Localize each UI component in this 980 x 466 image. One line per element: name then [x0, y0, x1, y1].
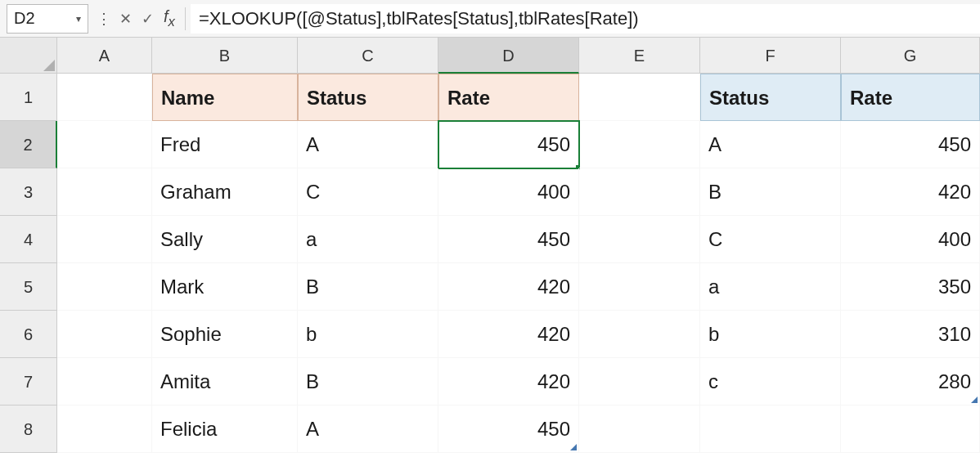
rowhdr-6[interactable]: 6 [0, 311, 57, 358]
row-3: 3 Graham C 400 B 420 [0, 168, 980, 216]
cell-F5[interactable]: a [700, 263, 841, 311]
cell-D8[interactable]: 450 [438, 406, 579, 453]
bar-dots-icon: ⋮ [93, 10, 115, 28]
cell-G6[interactable]: 310 [841, 311, 980, 358]
rowhdr-5[interactable]: 5 [0, 263, 57, 311]
row-5: 5 Mark B 420 a 350 [0, 263, 980, 311]
rowhdr-4[interactable]: 4 [0, 216, 57, 263]
cell-F2[interactable]: A [700, 121, 841, 168]
cell-F6[interactable]: b [700, 311, 841, 358]
rowhdr-3[interactable]: 3 [0, 168, 57, 216]
colhdr-A[interactable]: A [57, 38, 152, 74]
cell-E2[interactable] [579, 121, 700, 168]
cell-B7[interactable]: Amita [152, 358, 298, 406]
rowhdr-2[interactable]: 2 [0, 121, 57, 168]
select-all-corner[interactable] [0, 38, 57, 74]
formula-text: =XLOOKUP([@Status],tblRates[Status],tblR… [199, 8, 639, 29]
enter-formula-icon[interactable]: ✓ [137, 10, 159, 28]
cell-A5[interactable] [57, 263, 152, 311]
cell-G7[interactable]: 280 [841, 358, 980, 406]
cell-A2[interactable] [57, 121, 152, 168]
cell-E5[interactable] [579, 263, 700, 311]
cell-A7[interactable] [57, 358, 152, 406]
row-2: 2 Fred A 450 A 450 [0, 121, 980, 168]
cell-D2[interactable]: 450 [438, 121, 579, 168]
cell-F4[interactable]: C [700, 216, 841, 263]
cell-D6[interactable]: 420 [438, 311, 579, 358]
cell-A4[interactable] [57, 216, 152, 263]
cell-E8[interactable] [579, 406, 700, 453]
cell-D4[interactable]: 450 [438, 216, 579, 263]
cell-G5[interactable]: 350 [841, 263, 980, 311]
cell-B4[interactable]: Sally [152, 216, 298, 263]
colhdr-E[interactable]: E [579, 38, 700, 74]
rowhdr-8[interactable]: 8 [0, 406, 57, 453]
cancel-formula-icon[interactable]: ✕ [115, 10, 137, 28]
insert-function-icon[interactable]: fx [159, 7, 180, 30]
colhdr-F[interactable]: F [700, 38, 841, 74]
cell-G3[interactable]: 420 [841, 168, 980, 216]
row-8: 8 Felicia A 450 [0, 406, 980, 453]
cell-C4[interactable]: a [298, 216, 438, 263]
cell-C6[interactable]: b [298, 311, 438, 358]
cell-C3[interactable]: C [298, 168, 438, 216]
cell-E3[interactable] [579, 168, 700, 216]
cell-A1[interactable] [57, 74, 152, 121]
row-7: 7 Amita B 420 c 280 [0, 358, 980, 406]
name-box[interactable]: D2 ▾ [7, 4, 88, 34]
cell-F8[interactable] [700, 406, 841, 453]
row-6: 6 Sophie b 420 b 310 [0, 311, 980, 358]
cell-C7[interactable]: B [298, 358, 438, 406]
colhdr-C[interactable]: C [298, 38, 438, 74]
spreadsheet-grid[interactable]: A B C D E F G 1 Name Status Rate Status … [0, 38, 980, 453]
rowhdr-7[interactable]: 7 [0, 358, 57, 406]
row-4: 4 Sally a 450 C 400 [0, 216, 980, 263]
colhdr-G[interactable]: G [841, 38, 980, 74]
row-1: 1 Name Status Rate Status Rate [0, 74, 980, 121]
cell-C2[interactable]: A [298, 121, 438, 168]
colhdr-D[interactable]: D [438, 38, 579, 74]
cell-B5[interactable]: Mark [152, 263, 298, 311]
cell-B1[interactable]: Name [152, 74, 298, 121]
cell-F7[interactable]: c [700, 358, 841, 406]
cell-C1[interactable]: Status [298, 74, 438, 121]
colhdr-B[interactable]: B [152, 38, 298, 74]
cell-D1[interactable]: Rate [438, 74, 579, 121]
rowhdr-1[interactable]: 1 [0, 74, 57, 121]
cell-G8[interactable] [841, 406, 980, 453]
cell-A3[interactable] [57, 168, 152, 216]
cell-C5[interactable]: B [298, 263, 438, 311]
cell-E7[interactable] [579, 358, 700, 406]
bar-separator [185, 7, 186, 30]
formula-bar-area: D2 ▾ ⋮ ✕ ✓ fx =XLOOKUP([@Status],tblRate… [0, 0, 980, 38]
cell-B3[interactable]: Graham [152, 168, 298, 216]
cell-G1[interactable]: Rate [841, 74, 980, 121]
cell-D7[interactable]: 420 [438, 358, 579, 406]
formula-input[interactable]: =XLOOKUP([@Status],tblRates[Status],tblR… [191, 4, 980, 34]
cell-F3[interactable]: B [700, 168, 841, 216]
cell-A6[interactable] [57, 311, 152, 358]
cell-A8[interactable] [57, 406, 152, 453]
cell-B8[interactable]: Felicia [152, 406, 298, 453]
cell-E6[interactable] [579, 311, 700, 358]
cell-C8[interactable]: A [298, 406, 438, 453]
cell-B2[interactable]: Fred [152, 121, 298, 168]
cell-G4[interactable]: 400 [841, 216, 980, 263]
cell-F1[interactable]: Status [700, 74, 841, 121]
cell-G2[interactable]: 450 [841, 121, 980, 168]
cell-D3[interactable]: 400 [438, 168, 579, 216]
cell-E1[interactable] [579, 74, 700, 121]
name-box-value: D2 [14, 9, 35, 28]
cell-E4[interactable] [579, 216, 700, 263]
cell-B6[interactable]: Sophie [152, 311, 298, 358]
cell-D5[interactable]: 420 [438, 263, 579, 311]
name-box-dropdown-icon[interactable]: ▾ [76, 13, 81, 25]
column-headers: A B C D E F G [0, 38, 980, 74]
